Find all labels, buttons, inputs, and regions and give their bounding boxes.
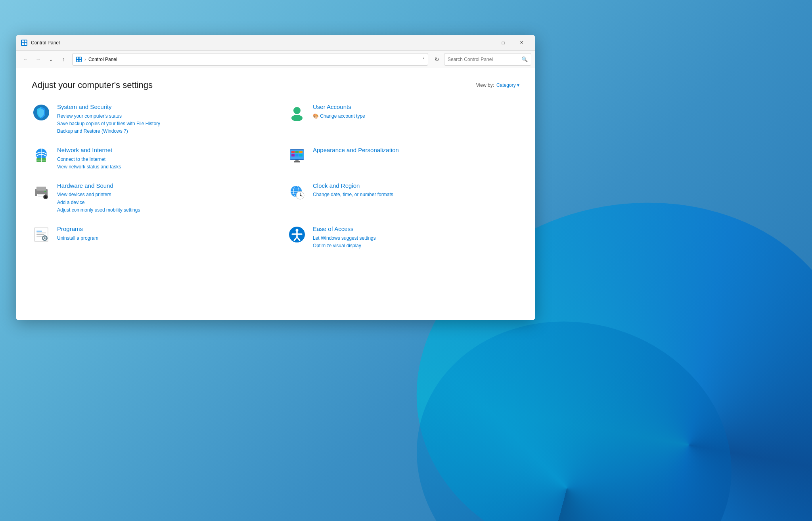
user-accounts-link-1[interactable]: 🎨 Change account type bbox=[313, 113, 519, 120]
svg-point-47 bbox=[300, 195, 301, 196]
svg-rect-23 bbox=[291, 154, 295, 156]
ease-of-access-link-2[interactable]: Optimize visual display bbox=[313, 242, 519, 250]
address-dropdown-icon[interactable]: ˅ bbox=[423, 57, 425, 61]
category-hardware-sound: Hardware and Sound View devices and prin… bbox=[32, 182, 264, 214]
view-by-dropdown[interactable]: Category ▾ bbox=[496, 82, 519, 88]
svg-rect-51 bbox=[36, 233, 46, 233]
svg-rect-3 bbox=[22, 43, 24, 45]
category-ease-of-access: Ease of Access Let Windows suggest setti… bbox=[287, 225, 519, 250]
category-system-security: System and Security Review your computer… bbox=[32, 103, 264, 135]
category-appearance: Appearance and Personalization bbox=[287, 146, 519, 171]
window-icon bbox=[21, 39, 28, 46]
svg-point-37 bbox=[46, 196, 46, 197]
content-area: Adjust your computer's settings View by:… bbox=[16, 68, 535, 320]
svg-rect-7 bbox=[80, 57, 81, 59]
search-icon: 🔍 bbox=[521, 56, 528, 62]
svg-rect-4 bbox=[25, 43, 27, 45]
svg-rect-52 bbox=[36, 234, 44, 235]
forward-icon: → bbox=[36, 56, 41, 62]
refresh-icon: ↻ bbox=[435, 56, 439, 63]
refresh-button[interactable]: ↻ bbox=[431, 54, 442, 65]
back-button[interactable]: ← bbox=[20, 54, 31, 65]
svg-point-56 bbox=[44, 237, 46, 239]
svg-point-36 bbox=[45, 196, 47, 198]
svg-rect-25 bbox=[299, 154, 303, 156]
network-internet-title[interactable]: Network and Internet bbox=[57, 146, 264, 154]
system-security-title[interactable]: System and Security bbox=[57, 103, 264, 111]
svg-rect-26 bbox=[295, 160, 299, 161]
appearance-icon bbox=[287, 146, 306, 165]
clock-region-title[interactable]: Clock and Region bbox=[313, 182, 519, 190]
search-bar[interactable]: 🔍 bbox=[444, 53, 531, 66]
close-button[interactable]: ✕ bbox=[512, 36, 530, 49]
ease-of-access-icon bbox=[287, 225, 306, 244]
chevron-down-icon: ⌄ bbox=[49, 56, 53, 62]
user-accounts-content: User Accounts 🎨 Change account type bbox=[313, 103, 519, 120]
hardware-sound-icon bbox=[32, 182, 51, 201]
category-network-internet: Network and Internet Connect to the Inte… bbox=[32, 146, 264, 171]
clock-region-icon bbox=[287, 182, 306, 201]
appearance-content: Appearance and Personalization bbox=[313, 146, 519, 156]
history-dropdown-button[interactable]: ⌄ bbox=[45, 54, 56, 65]
hardware-sound-link-2[interactable]: Add a device bbox=[57, 199, 264, 206]
system-security-link-3[interactable]: Backup and Restore (Windows 7) bbox=[57, 128, 264, 135]
hardware-sound-link-1[interactable]: View devices and printers bbox=[57, 191, 264, 198]
network-internet-icon bbox=[32, 146, 51, 165]
svg-rect-22 bbox=[299, 151, 303, 153]
hardware-sound-link-3[interactable]: Adjust commonly used mobility settings bbox=[57, 206, 264, 214]
svg-rect-9 bbox=[80, 60, 81, 61]
system-security-icon bbox=[32, 103, 51, 122]
system-security-link-2[interactable]: Save backup copies of your files with Fi… bbox=[57, 120, 264, 128]
svg-rect-50 bbox=[36, 231, 42, 232]
nav-bar: ← → ⌄ ↑ › Control Panel ˅ ↻ bbox=[16, 51, 535, 68]
view-by-label: View by: bbox=[476, 82, 494, 88]
programs-icon bbox=[32, 225, 51, 244]
network-internet-link-2[interactable]: View network status and tasks bbox=[57, 163, 264, 171]
svg-rect-2 bbox=[25, 40, 27, 42]
hardware-sound-content: Hardware and Sound View devices and prin… bbox=[57, 182, 264, 214]
page-header: Adjust your computer's settings View by:… bbox=[32, 80, 519, 90]
clock-region-content: Clock and Region Change date, time, or n… bbox=[313, 182, 519, 199]
forward-button[interactable]: → bbox=[33, 54, 44, 65]
svg-rect-21 bbox=[295, 151, 299, 153]
network-internet-content: Network and Internet Connect to the Inte… bbox=[57, 146, 264, 171]
ease-of-access-link-1[interactable]: Let Windows suggest settings bbox=[313, 235, 519, 242]
address-separator: › bbox=[84, 57, 86, 62]
clock-region-link-1[interactable]: Change date, time, or number formats bbox=[313, 191, 519, 198]
address-bar[interactable]: › Control Panel ˅ bbox=[72, 53, 428, 66]
appearance-title[interactable]: Appearance and Personalization bbox=[313, 146, 519, 154]
search-input[interactable] bbox=[448, 57, 519, 62]
ease-of-access-title[interactable]: Ease of Access bbox=[313, 225, 519, 233]
svg-point-12 bbox=[291, 115, 303, 121]
address-bar-icon bbox=[76, 56, 82, 63]
network-internet-link-1[interactable]: Connect to the Internet bbox=[57, 156, 264, 163]
control-panel-window: Control Panel − □ ✕ ← → ⌄ ↑ bbox=[16, 35, 535, 320]
svg-rect-1 bbox=[22, 40, 24, 42]
up-button[interactable]: ↑ bbox=[58, 54, 69, 65]
svg-rect-6 bbox=[77, 57, 79, 59]
category-user-accounts: User Accounts 🎨 Change account type bbox=[287, 103, 519, 135]
svg-rect-20 bbox=[291, 151, 295, 153]
svg-rect-29 bbox=[36, 187, 46, 191]
category-clock-region: Clock and Region Change date, time, or n… bbox=[287, 182, 519, 214]
svg-rect-33 bbox=[38, 196, 43, 197]
svg-point-11 bbox=[293, 107, 301, 114]
system-security-link-1[interactable]: Review your computer's status bbox=[57, 113, 264, 120]
maximize-button[interactable]: □ bbox=[494, 36, 512, 49]
minimize-button[interactable]: − bbox=[476, 36, 494, 49]
ease-of-access-content: Ease of Access Let Windows suggest setti… bbox=[313, 225, 519, 250]
svg-rect-24 bbox=[295, 154, 299, 156]
title-bar: Control Panel − □ ✕ bbox=[16, 35, 535, 51]
programs-title[interactable]: Programs bbox=[57, 225, 264, 233]
window-controls: − □ ✕ bbox=[476, 36, 530, 49]
hardware-sound-title[interactable]: Hardware and Sound bbox=[57, 182, 264, 190]
category-programs: Programs Uninstall a program bbox=[32, 225, 264, 250]
system-security-content: System and Security Review your computer… bbox=[57, 103, 264, 135]
back-icon: ← bbox=[23, 56, 28, 62]
user-accounts-title[interactable]: User Accounts bbox=[313, 103, 519, 111]
address-bar-text: Control Panel bbox=[88, 57, 420, 62]
up-icon: ↑ bbox=[62, 56, 65, 62]
svg-rect-27 bbox=[294, 161, 300, 162]
page-title: Adjust your computer's settings bbox=[32, 80, 153, 90]
programs-link-1[interactable]: Uninstall a program bbox=[57, 235, 264, 242]
